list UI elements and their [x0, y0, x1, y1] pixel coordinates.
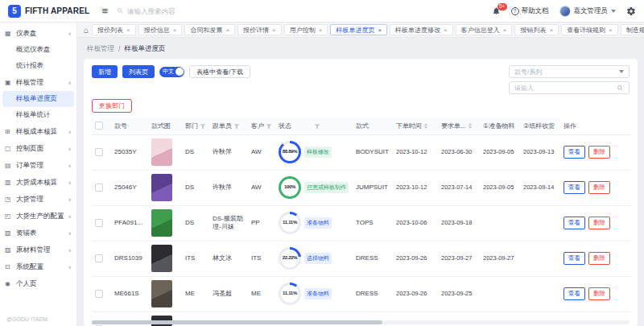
- close-icon[interactable]: ×: [173, 27, 177, 34]
- col-customer: 客户: [251, 122, 264, 130]
- user-menu[interactable]: 嘉文管理员: [559, 6, 617, 17]
- sidebar-subitem[interactable]: 概览仪表盘: [2, 42, 74, 58]
- view-button[interactable]: 查看: [564, 217, 585, 229]
- prep-material-date: 2023-09-27: [483, 254, 514, 262]
- view-button[interactable]: 查看: [564, 287, 585, 300]
- filter-icon[interactable]: [266, 123, 272, 130]
- progress-value: 88.89%: [281, 143, 299, 161]
- main-area: ⌂ 报价列表×报价信息×合同和发票×报价详情×用户控制×样板单进度页×样板单进度…: [77, 23, 644, 326]
- tab[interactable]: 报价列表×: [92, 24, 136, 35]
- home-icon[interactable]: ⌂: [80, 26, 92, 35]
- delete-button[interactable]: 删除: [588, 217, 610, 229]
- sidebar-item[interactable]: ▢控制页面∨: [0, 140, 76, 157]
- style-image[interactable]: [151, 245, 172, 272]
- list-view-button[interactable]: 列表页: [122, 65, 155, 78]
- global-search-input[interactable]: [127, 7, 200, 15]
- notifications-button[interactable]: 5+: [492, 6, 501, 15]
- style-image[interactable]: [151, 138, 172, 166]
- settings-button[interactable]: [626, 6, 636, 16]
- menu-collapse-icon[interactable]: ≡: [101, 5, 108, 17]
- global-search[interactable]: [117, 7, 200, 15]
- status-cell: 22.22%选择物料: [279, 247, 349, 270]
- chevron-down-icon: ∨: [68, 247, 72, 253]
- view-button[interactable]: 查看: [564, 146, 585, 159]
- style-image[interactable]: [151, 280, 172, 307]
- close-icon[interactable]: ×: [378, 27, 382, 34]
- close-icon[interactable]: ×: [503, 27, 507, 34]
- status-badge: 选择物料: [304, 253, 332, 263]
- close-icon[interactable]: ×: [272, 27, 276, 34]
- sidebar-subitem[interactable]: 样板单进度页: [2, 91, 74, 107]
- breadcrumb-parent[interactable]: 样板管理: [87, 44, 114, 54]
- close-icon[interactable]: ×: [319, 27, 323, 34]
- logo-icon: 5: [8, 5, 21, 18]
- sidebar-item[interactable]: ▧资辅表∨: [0, 225, 76, 241]
- table-header-row: 款号 款式图 部门 跟单员 客户 状态 款式 下单时间 要求单... ①准备物料…: [92, 118, 631, 134]
- delete-button[interactable]: 删除: [588, 252, 610, 265]
- row-checkbox[interactable]: [95, 184, 103, 192]
- help-link[interactable]: ? 帮助文档: [511, 6, 549, 16]
- horizontal-scrollbar[interactable]: [92, 320, 630, 324]
- sidebar-item[interactable]: ▣样板管理∧: [0, 74, 76, 91]
- toggle-knob: [175, 68, 184, 76]
- row-checkbox[interactable]: [95, 219, 103, 227]
- filter-icon[interactable]: [200, 123, 206, 130]
- order-date: 2023-10-12: [396, 148, 427, 155]
- style-series-select[interactable]: 款号/系列: [509, 65, 630, 78]
- customer: ITS: [251, 254, 261, 262]
- sidebar-subitem[interactable]: 样板单统计: [2, 107, 74, 123]
- delete-button[interactable]: 删除: [588, 181, 610, 194]
- export-button[interactable]: 表格中查看/下载: [189, 65, 250, 78]
- close-icon[interactable]: ×: [609, 27, 613, 34]
- delete-button[interactable]: 删除: [588, 146, 610, 159]
- tab[interactable]: 样板单进度页×: [330, 24, 387, 35]
- progress-value: 100%: [281, 179, 299, 196]
- select-all-checkbox[interactable]: [95, 122, 103, 130]
- filter-icon[interactable]: [233, 123, 240, 130]
- tab[interactable]: 报销列表×: [514, 24, 559, 35]
- table-search[interactable]: [509, 81, 630, 94]
- close-icon[interactable]: ×: [225, 27, 229, 34]
- sidebar-item[interactable]: ▦仪表盘∧: [0, 25, 76, 42]
- table-search-input[interactable]: [514, 85, 609, 92]
- sidebar-item[interactable]: ◰大货生产的配置∨: [0, 208, 76, 225]
- filter-icon[interactable]: [314, 123, 320, 130]
- tab[interactable]: 合同和发票×: [184, 24, 235, 35]
- sort-icon[interactable]: [424, 123, 427, 129]
- close-icon[interactable]: ×: [549, 27, 553, 34]
- view-button[interactable]: 查看: [564, 252, 585, 265]
- required-date: 2023-09-18: [441, 219, 472, 226]
- change-department-button[interactable]: 更换部门: [92, 99, 132, 113]
- sidebar-item[interactable]: ▨原材料管理∨: [0, 241, 76, 258]
- tab[interactable]: 报价信息×: [138, 24, 183, 35]
- tab[interactable]: 用户控制×: [284, 24, 328, 35]
- sort-icon[interactable]: [469, 123, 472, 129]
- delete-button[interactable]: 删除: [588, 287, 610, 300]
- sidebar-item[interactable]: ⊞样板成本核算∨: [0, 123, 76, 140]
- close-icon[interactable]: ×: [126, 27, 130, 34]
- sidebar-item[interactable]: ▤订单管理∨: [0, 157, 76, 174]
- scrollbar-thumb[interactable]: [92, 320, 382, 324]
- add-button[interactable]: 新增: [92, 65, 118, 78]
- tab[interactable]: 查看详细规则×: [561, 24, 618, 35]
- sidebar-item[interactable]: ◉个人页: [0, 275, 76, 292]
- style-image[interactable]: [151, 209, 172, 237]
- sidebar-item[interactable]: ◳大货管理∨: [0, 191, 76, 208]
- tab[interactable]: 制造规则×: [621, 24, 644, 35]
- tab[interactable]: 报价详情×: [237, 24, 282, 35]
- view-button[interactable]: 查看: [564, 181, 585, 194]
- tab-list: 报价列表×报价信息×合同和发票×报价详情×用户控制×样板单进度页×样板单进度修改…: [92, 24, 644, 35]
- language-toggle[interactable]: 中文: [159, 67, 184, 77]
- sidebar-subitem[interactable]: 统计报表: [2, 58, 74, 74]
- style-image[interactable]: [151, 174, 172, 201]
- row-checkbox[interactable]: [95, 290, 103, 298]
- sidebar-footer: @GODU ITAEM: [0, 312, 76, 326]
- sidebar-item[interactable]: ▥大货成本核算∨: [0, 174, 76, 191]
- tab[interactable]: 样板单进度修改×: [390, 24, 453, 35]
- close-icon[interactable]: ×: [444, 27, 448, 34]
- row-checkbox[interactable]: [95, 254, 103, 262]
- sidebar-item[interactable]: ⊡系统配置∨: [0, 258, 76, 275]
- row-checkbox[interactable]: [95, 148, 103, 156]
- tab[interactable]: 客户信息登入×: [456, 24, 513, 35]
- progress-value: 22.22%: [281, 250, 299, 267]
